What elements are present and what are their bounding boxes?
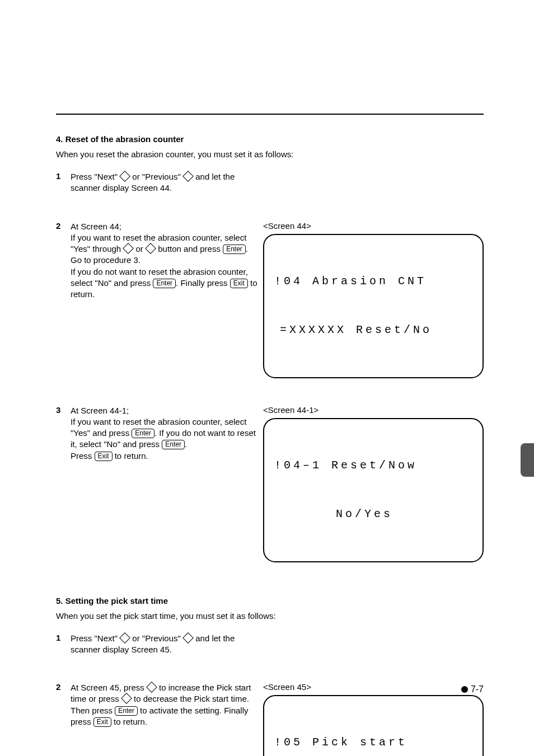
text: Press "Next" xyxy=(71,172,120,181)
lcd-screen-45: !05 Pick start = 1.0 Sec xyxy=(263,695,484,756)
down-arrow-diamond-icon xyxy=(121,693,132,704)
lcd-line: !05 Pick start xyxy=(274,734,472,750)
right-arrow-diamond-icon xyxy=(119,171,130,182)
text: At Screen 44-1; xyxy=(71,406,129,415)
lcd-screen-44: !04 Abrasion CNT =XXXXXX Reset/No xyxy=(263,234,484,378)
step-number: 2 xyxy=(56,682,71,692)
lcd-line: !04 Abrasion CNT xyxy=(274,273,472,289)
enter-keycap-icon: Enter xyxy=(162,440,185,449)
exit-keycap-icon: Exit xyxy=(230,279,248,288)
lcd-line: !04–1 Reset/Now xyxy=(274,457,472,473)
step-text: At Screen 45, press to increase the Pick… xyxy=(71,682,257,727)
enter-keycap-icon: Enter xyxy=(153,279,176,288)
text: At Screen 45, press xyxy=(71,683,147,692)
up-arrow-diamond-icon xyxy=(146,682,157,693)
page-number: 7-7 xyxy=(471,684,484,694)
section-4-title: 4. Reset of the abrasion counter xyxy=(56,134,484,144)
enter-keycap-icon: Enter xyxy=(115,706,138,716)
left-arrow-diamond-icon xyxy=(123,243,134,254)
text: . Finally press xyxy=(176,278,230,288)
screen-caption: <Screen 45> xyxy=(263,682,484,692)
exit-keycap-icon: Exit xyxy=(95,452,113,461)
step-number: 1 xyxy=(56,171,71,181)
screen-caption: <Screen 44> xyxy=(263,221,484,231)
text: button and press xyxy=(158,244,223,253)
text: to return. xyxy=(113,451,148,461)
text: At Screen 44; xyxy=(71,222,121,231)
step-text: Press "Next" or "Previous" and let the s… xyxy=(71,171,257,194)
step-number: 2 xyxy=(56,221,71,231)
screen-caption: <Screen 44-1> xyxy=(263,405,484,415)
text: or xyxy=(136,244,146,253)
text: Press xyxy=(71,451,95,461)
right-arrow-diamond-icon xyxy=(145,243,156,254)
page-footer: 7-7 xyxy=(461,684,484,694)
enter-keycap-icon: Enter xyxy=(132,429,154,438)
section-4-intro: When you reset the abrasion counter, you… xyxy=(56,149,484,159)
enter-keycap-icon: Enter xyxy=(223,245,246,254)
left-arrow-diamond-icon xyxy=(182,171,194,182)
lcd-screen-44-1: !04–1 Reset/Now No/Yes xyxy=(263,418,484,562)
text: or "Previous" xyxy=(132,633,183,643)
step-text: At Screen 44; If you want to reset the a… xyxy=(71,221,257,300)
step-number: 1 xyxy=(56,633,71,642)
text: to return. xyxy=(111,717,147,726)
text: . xyxy=(185,439,187,449)
bullet-icon xyxy=(461,686,468,693)
section-5-intro: When you set the pick start time, you mu… xyxy=(56,611,484,621)
side-tab xyxy=(521,443,534,477)
lcd-line: =XXXXXX Reset/No xyxy=(274,322,472,338)
left-arrow-diamond-icon xyxy=(182,632,194,644)
lcd-line: No/Yes xyxy=(274,506,472,522)
step-text: Press "Next" or "Previous" and let the s… xyxy=(71,633,257,656)
step-number: 3 xyxy=(56,405,71,415)
text: or "Previous" xyxy=(132,172,183,181)
step-text: At Screen 44-1; If you want to reset the… xyxy=(71,405,257,462)
section-5-title: 5. Setting the pick start time xyxy=(56,596,484,605)
text: Press "Next" xyxy=(71,633,120,643)
right-arrow-diamond-icon xyxy=(119,632,130,644)
exit-keycap-icon: Exit xyxy=(93,717,111,727)
